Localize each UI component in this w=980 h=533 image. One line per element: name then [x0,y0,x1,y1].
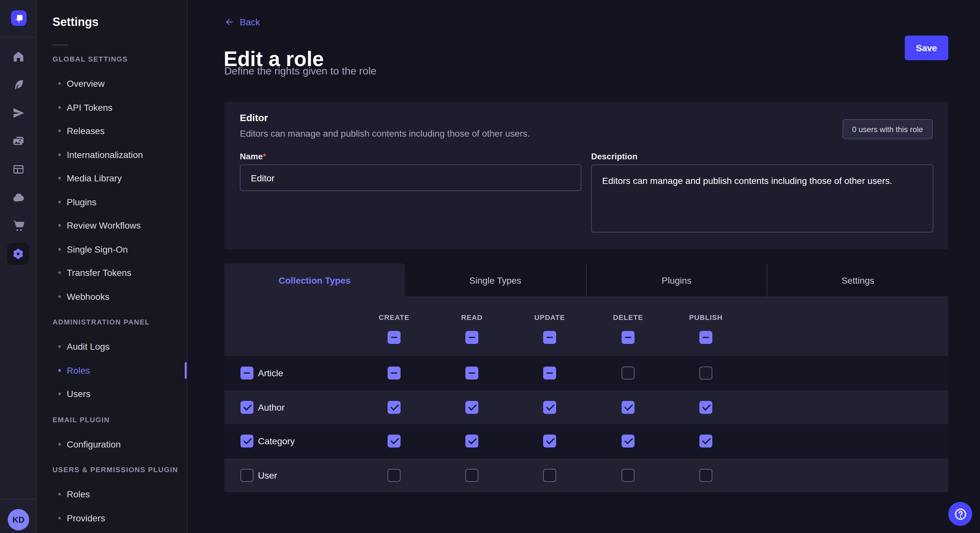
feather-icon [11,78,25,92]
user-update-checkbox[interactable] [543,469,556,482]
sidebar-item-label: API Tokens [67,102,113,113]
back-link[interactable]: Back [224,17,260,27]
sidebar-item-label: Roles [67,365,90,376]
row-author-checkbox[interactable] [240,401,253,414]
row-user-checkbox[interactable] [240,469,253,482]
sidebar-item-label: Roles [67,489,90,500]
sidebar-item-users[interactable]: Users [37,382,187,406]
layout-icon [11,162,25,176]
users-with-role-badge[interactable]: 0 users with this role [842,119,933,139]
media-icon [11,134,25,148]
permissions-panel: CREATEREADUPDATEDELETEPUBLISH ArticleAut… [224,297,948,492]
sidebar-item-review-workflows[interactable]: Review Workflows [37,214,187,237]
required-asterisk: * [263,152,266,161]
rail-item-layout[interactable] [7,158,29,180]
rail-item-cloud[interactable] [7,187,29,209]
author-create-checkbox[interactable] [388,401,401,414]
row-article-checkbox[interactable] [240,367,253,380]
sidebar-item-label: Overview [67,79,105,89]
article-publish-checkbox[interactable] [699,367,712,380]
category-update-checkbox[interactable] [543,435,556,448]
select-all-read-checkbox[interactable] [465,331,478,344]
permission-row-author: Author [224,390,948,424]
bullet-icon [58,248,61,251]
column-header-read: READ [461,314,482,321]
bullet-icon [58,224,61,227]
category-read-checkbox[interactable] [465,435,478,448]
select-all-publish-checkbox[interactable] [699,331,712,344]
bullet-icon [58,493,61,496]
bullet-icon [58,369,61,372]
sidebar-item-internationalization[interactable]: Internationalization [37,143,187,167]
category-delete-checkbox[interactable] [622,435,635,448]
rail-item-feather[interactable] [7,74,29,96]
sidebar-section-label: ADMINISTRATION PANEL [52,316,187,328]
rail-item-media[interactable] [7,130,29,152]
user-delete-checkbox[interactable] [622,469,635,482]
sidebar-item-webhooks[interactable]: Webhooks [37,285,187,308]
avatar[interactable]: KD [8,509,29,530]
sidebar-item-overview[interactable]: Overview [37,72,187,95]
rail-item-paper-plane[interactable] [7,102,29,124]
tab-label: Single Types [469,275,521,285]
question-icon [953,507,967,521]
tab-label: Plugins [662,275,692,285]
row-label: Author [258,402,285,412]
sidebar-item-label: Audit Logs [67,342,110,352]
tab-label: Collection Types [279,275,351,286]
tab-single-types[interactable]: Single Types [405,263,586,297]
sidebar-item-roles[interactable]: Roles [37,359,187,382]
tab-collection-types[interactable]: Collection Types [224,263,405,297]
permission-row-category: Category [224,424,948,458]
sidebar-item-media-library[interactable]: Media Library [37,167,187,190]
column-header-update: UPDATE [535,314,565,321]
sidebar-item-audit-logs[interactable]: Audit Logs [37,335,187,359]
article-create-checkbox[interactable] [388,367,401,380]
sidebar-item-roles[interactable]: Roles [37,482,187,506]
sidebar-item-single-sign-on[interactable]: Single Sign-On [37,237,187,261]
sidebar-item-configuration[interactable]: Configuration [37,432,187,456]
article-update-checkbox[interactable] [543,367,556,380]
rail-item-home[interactable] [7,45,29,67]
main-content: Back Edit a role Define the rights given… [187,0,980,533]
select-all-update-checkbox[interactable] [543,331,556,344]
user-publish-checkbox[interactable] [699,469,712,482]
category-create-checkbox[interactable] [388,435,401,448]
rail-item-cart[interactable] [7,214,29,236]
rail-item-gear[interactable] [7,243,29,265]
bullet-icon [58,130,61,132]
author-update-checkbox[interactable] [543,401,556,414]
sidebar-item-plugins[interactable]: Plugins [37,190,187,214]
sidebar-item-api-tokens[interactable]: API Tokens [37,95,187,119]
user-create-checkbox[interactable] [388,469,401,482]
description-textarea[interactable]: Editors can manage and publish contents … [591,165,933,233]
user-read-checkbox[interactable] [465,469,478,482]
tab-settings[interactable]: Settings [767,263,948,297]
tab-plugins[interactable]: Plugins [585,263,767,297]
author-delete-checkbox[interactable] [622,401,635,414]
strapi-logo[interactable] [11,10,27,26]
sidebar-title: Settings [52,16,187,29]
select-all-delete-checkbox[interactable] [622,331,635,344]
name-input[interactable] [240,165,581,191]
sidebar-item-providers[interactable]: Providers [37,506,187,530]
sidebar-item-releases[interactable]: Releases [37,119,187,143]
sidebar-section-label: GLOBAL SETTINGS [52,53,187,65]
sidebar-item-label: Plugins [67,197,97,207]
article-delete-checkbox[interactable] [622,367,635,380]
author-publish-checkbox[interactable] [699,401,712,414]
cloud-icon [11,191,25,204]
author-read-checkbox[interactable] [465,401,478,414]
save-button[interactable]: Save [905,36,948,60]
sidebar-item-transfer-tokens[interactable]: Transfer Tokens [37,261,187,285]
category-publish-checkbox[interactable] [699,435,712,448]
home-icon [11,49,25,63]
help-button[interactable] [948,502,972,526]
select-all-create-checkbox[interactable] [388,331,401,344]
permission-row-article: Article [224,356,948,390]
article-read-checkbox[interactable] [465,367,478,380]
sidebar-section-label: EMAIL PLUGIN [52,414,187,425]
row-category-checkbox[interactable] [240,435,253,448]
bullet-icon [58,177,61,180]
bullet-icon [58,201,61,203]
